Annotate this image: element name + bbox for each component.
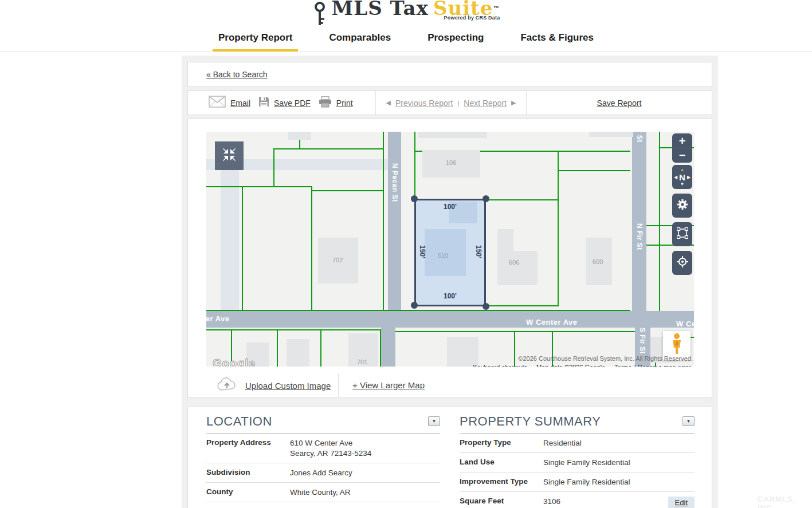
parcel-dim-bottom: 100' [444, 292, 457, 300]
parcel-line [514, 331, 515, 367]
street-label-s-fir: S Fir St [638, 328, 646, 354]
next-report-link[interactable]: Next Report [464, 99, 507, 108]
road-minor-vertical [221, 166, 239, 311]
target-icon [677, 256, 688, 270]
address-line1: 610 W Center Ave [290, 439, 352, 447]
compass-n-label: N [679, 172, 685, 182]
summary-row-land-use: Land Use Single Family Residential [460, 453, 695, 472]
parcel-line [558, 151, 559, 306]
tab-comparables[interactable]: Comparables [323, 26, 397, 52]
toolbar-report-nav: ◀ Previous Report | Next Report ▶ [376, 91, 527, 115]
summary-row-property-type: Property Type Residential [460, 434, 695, 453]
location-title: LOCATION [206, 414, 272, 429]
summary-collapse-button[interactable]: ▼ [682, 416, 695, 426]
attribution-separator: / [634, 364, 636, 367]
compass-control[interactable]: ▲ ◀ N ▶ ▼ [672, 165, 692, 189]
parcel-line [414, 132, 415, 199]
road-n-fir [632, 132, 646, 311]
building-606-wing [513, 251, 538, 285]
tab-prospecting[interactable]: Prospecting [422, 26, 489, 52]
location-row-address: Property Address 610 W Center AveSearcy,… [206, 434, 440, 463]
parcel-dim-right: 150' [474, 245, 483, 258]
view-larger-map-link[interactable]: + View Larger Map [352, 380, 425, 390]
upload-custom-image-link[interactable]: Upload Custom Image [245, 381, 331, 391]
building-label: 106 [446, 159, 456, 166]
parcel-corner[interactable] [483, 303, 489, 310]
next-arrow-icon: ▶ [511, 99, 516, 107]
property-summary-title: PROPERTY SUMMARY [460, 414, 601, 429]
parcel-line [558, 170, 630, 171]
parcel-line [273, 148, 274, 187]
toolbar-right: Save Report [527, 91, 712, 115]
street-label-n-fir: N Fir St [636, 223, 644, 250]
collapse-icon [222, 147, 237, 164]
compass-up-icon: ▲ [680, 168, 685, 172]
center-target-button[interactable] [672, 251, 692, 275]
location-row-county: County White County, AR [206, 483, 440, 502]
edit-square-feet-button[interactable]: Edit [668, 497, 695, 508]
road-w-center [206, 311, 694, 328]
road-n-pecan [388, 132, 401, 311]
printer-icon [319, 96, 332, 110]
map-copyright: ©2026 Courthouse Retrieval System, Inc. … [518, 355, 693, 362]
chevron-down-icon: ▼ [687, 419, 691, 424]
location-collapse-button[interactable]: ▼ [428, 416, 440, 426]
parcel-corner[interactable] [483, 195, 489, 202]
road-s-pecan [381, 328, 395, 367]
toolbar-left: Email Save PDF [188, 91, 376, 115]
parcel-line [273, 148, 383, 149]
building-label: 606 [509, 259, 519, 266]
parcel-line [206, 329, 381, 330]
parcel-number: 610 [438, 252, 448, 259]
parcel-map[interactable]: 106 702 606 600 701 N Pecan St N Fir St … [206, 132, 694, 367]
zoom-out-button[interactable]: − [672, 148, 692, 163]
print-button[interactable]: Print [319, 96, 353, 110]
back-to-search-link[interactable]: « Back to Search [206, 70, 268, 79]
save-pdf-button[interactable]: Save PDF [258, 96, 311, 109]
google-logo: Google [213, 357, 256, 367]
zoom-in-button[interactable]: + [672, 134, 692, 148]
main-nav: Property Report Comparables Prospecting … [0, 26, 812, 52]
parcel-line [383, 132, 384, 311]
building-606 [497, 229, 513, 285]
parcel-line [311, 190, 384, 191]
building [418, 132, 487, 138]
previous-arrow-icon: ◀ [386, 99, 391, 107]
parcel-line [242, 186, 243, 311]
content-column: « Back to Search Email [182, 56, 718, 508]
save-report-link[interactable]: Save Report [597, 99, 642, 108]
draw-selection-button[interactable] [672, 222, 692, 246]
parcel-dim-top: 100' [444, 203, 457, 211]
tab-facts-figures[interactable]: Facts & Figures [515, 26, 599, 52]
street-label-w-center-left: W Center Ave [206, 314, 230, 323]
report-map-error-link[interactable]: Report a map error [638, 364, 691, 367]
address-line2: Searcy, AR 72143-5234 [290, 449, 371, 458]
parcel-corner[interactable] [411, 195, 418, 202]
street-label-w-center: W Center Ave [526, 318, 578, 326]
upload-cloud-icon [217, 377, 237, 394]
tab-property-report[interactable]: Property Report [213, 26, 298, 52]
street-label-w-center-right: W Center Ave [676, 320, 694, 328]
street-label-n-fir-top: N Fir St [636, 132, 644, 143]
selected-parcel[interactable]: 100' 100' 150' 150' 610 [414, 199, 486, 306]
map-footer: Upload Custom Image + View Larger Map [188, 373, 712, 398]
terms-link[interactable]: Terms [614, 364, 631, 367]
summary-row-improvement-type: Improvement Type Single Family Residenti… [460, 472, 695, 492]
map-panel: 106 702 606 600 701 N Pecan St N Fir St … [187, 119, 712, 398]
map-attribution-links: Keyboard shortcuts Map data ©2026 Google… [473, 364, 691, 367]
email-button[interactable]: Email [209, 96, 250, 110]
parcel-corner[interactable] [411, 302, 418, 309]
collapse-map-button[interactable] [215, 141, 244, 170]
map-settings-button[interactable] [672, 194, 692, 218]
report-toolbar: Email Save PDF [187, 90, 712, 115]
building [447, 337, 478, 367]
summary-row-square-feet: Square Feet 3106 Edit [460, 492, 695, 508]
parcel-line [206, 310, 630, 311]
parcel-line [320, 329, 321, 367]
keyboard-shortcuts-link[interactable]: Keyboard shortcuts [473, 364, 527, 367]
chevron-down-icon: ▼ [432, 419, 437, 424]
building-label: 701 [357, 359, 367, 365]
app-header: MLS TaxSuite™ Powered by CRS Data Proper… [0, 0, 812, 52]
save-icon [258, 96, 269, 109]
previous-report-link[interactable]: Previous Report [395, 99, 453, 108]
